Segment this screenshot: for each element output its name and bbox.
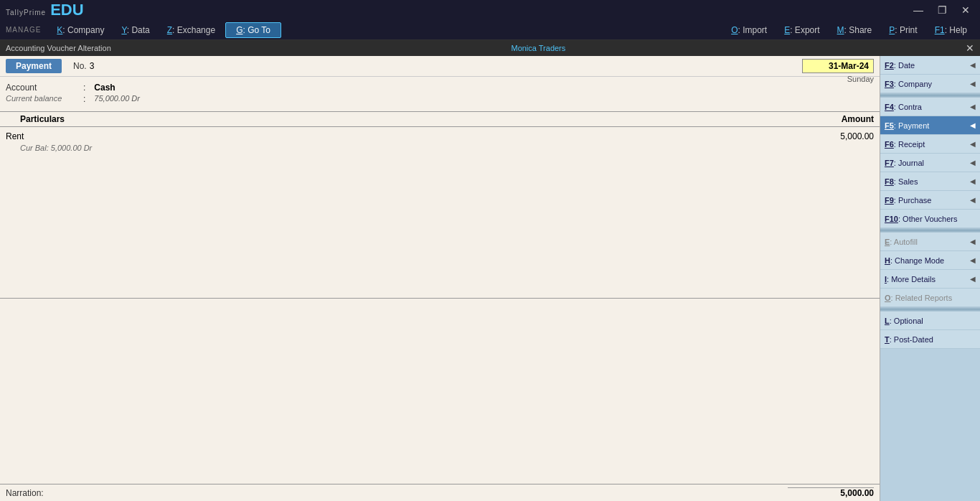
manage-label: MANAGE: [6, 26, 41, 34]
right-panel-bottom: [880, 349, 980, 501]
cur-bal-value: 5,000.00 Dr: [51, 144, 92, 152]
voucher-no-value: 3: [90, 61, 95, 71]
voucher-day: Sunday: [802, 75, 874, 83]
voucher-date-box: 31-Mar-24 Sunday: [802, 59, 874, 83]
menu-export[interactable]: E: Export: [777, 24, 826, 37]
window-title: Accounting Voucher Alteration: [6, 44, 111, 52]
function-keys-section: F2: Date ◀ F3: Company ◀ F4: Contra ◀ F5…: [880, 56, 980, 228]
voucher-date[interactable]: 31-Mar-24: [802, 59, 874, 73]
account-value[interactable]: Cash: [94, 83, 115, 93]
balance-value: 75,000.00 Dr: [94, 94, 140, 104]
voucher-area: Payment No. 3 31-Mar-24 Sunday Account :…: [0, 56, 880, 501]
title-controls: — ❐ ✕: [909, 3, 974, 17]
cur-bal-label: Cur Bal:: [20, 144, 51, 152]
narration-label: Narration:: [6, 488, 44, 498]
fk-optional[interactable]: L: Optional: [880, 312, 980, 330]
right-panel: F2: Date ◀ F3: Company ◀ F4: Contra ◀ F5…: [880, 56, 980, 501]
minimize-button[interactable]: —: [909, 3, 928, 17]
menu-help[interactable]: F1: Help: [928, 24, 974, 37]
maximize-button[interactable]: ❐: [933, 3, 951, 17]
fk-purchase-arrow: ◀: [970, 196, 976, 204]
fk-change-mode[interactable]: H: Change Mode ◀: [880, 251, 980, 270]
entry-name[interactable]: Rent: [6, 131, 788, 141]
fk-receipt[interactable]: F6: Receipt ◀: [880, 135, 980, 154]
voucher-type-button[interactable]: Payment: [6, 59, 62, 73]
title-bar: TallyPrime EDU — ❐ ✕: [0, 0, 980, 20]
fk-related-reports[interactable]: O: Related Reports: [880, 289, 980, 307]
fk-autofill-arrow: ◀: [970, 238, 976, 245]
app-branding: TallyPrime EDU: [6, 2, 84, 18]
fk-company[interactable]: F3: Company ◀: [880, 75, 980, 93]
fk-journal[interactable]: F7: Journal ◀: [880, 154, 980, 172]
fk-change-mode-arrow: ◀: [970, 256, 976, 264]
fk-other-vouchers[interactable]: F10: Other Vouchers: [880, 210, 980, 228]
menu-data[interactable]: Y: Data: [114, 24, 156, 37]
fk-payment[interactable]: F5: Payment ◀: [880, 116, 980, 135]
fk-company-arrow: ◀: [970, 80, 976, 88]
fk-more-details-arrow: ◀: [970, 275, 976, 283]
fk-more-details[interactable]: I: More Details ◀: [880, 270, 980, 289]
app-name-large: EDU: [50, 2, 83, 18]
col-amount-header: Amount: [788, 114, 874, 124]
table-header: Particulars Amount: [0, 112, 880, 127]
narration-section: Narration: 5,000.00: [0, 484, 880, 501]
voucher-header: Payment No. 3 31-Mar-24 Sunday: [0, 56, 880, 77]
fk-payment-arrow: ◀: [970, 121, 976, 129]
extra-keys-section: E: Autofill ◀ H: Change Mode ◀ I: More D…: [880, 233, 980, 307]
fk-post-dated[interactable]: T: Post-Dated: [880, 330, 980, 349]
menu-company[interactable]: K: Company: [50, 24, 111, 37]
col-particulars-header: Particulars: [6, 114, 788, 124]
account-label: Account: [6, 83, 77, 93]
window-bar: Accounting Voucher Alteration Monica Tra…: [0, 40, 980, 56]
app-name-small: TallyPrime: [6, 9, 46, 17]
fk-sales[interactable]: F8: Sales ◀: [880, 172, 980, 191]
fk-autofill[interactable]: E: Autofill ◀: [880, 233, 980, 251]
menu-bar: MANAGE K: Company Y: Data Z: Exchange G:…: [0, 20, 980, 40]
fk-date-arrow: ◀: [970, 61, 976, 69]
voucher-no-label: No.: [73, 61, 87, 71]
table-body: Rent 5,000.00 Cur Bal: 5,000.00 Dr: [0, 127, 880, 156]
menu-exchange[interactable]: Z: Exchange: [160, 24, 222, 37]
fk-sales-arrow: ◀: [970, 177, 976, 185]
account-colon: :: [83, 83, 85, 93]
table-row: Rent 5,000.00: [6, 130, 874, 143]
close-window-button[interactable]: ✕: [957, 3, 974, 17]
fk-contra-arrow: ◀: [970, 103, 976, 111]
menu-goto[interactable]: G: Go To: [225, 22, 281, 38]
fk-contra[interactable]: F4: Contra ◀: [880, 98, 980, 116]
optional-keys-section: L: Optional T: Post-Dated: [880, 312, 980, 349]
menu-import[interactable]: O: Import: [724, 24, 774, 37]
fk-purchase[interactable]: F9: Purchase ◀: [880, 191, 980, 210]
fk-receipt-arrow: ◀: [970, 140, 976, 148]
fk-journal-arrow: ◀: [970, 159, 976, 167]
window-company: Monica Traders: [511, 44, 565, 52]
fk-date[interactable]: F2: Date ◀: [880, 56, 980, 75]
narration-total: 5,000.00: [788, 487, 874, 498]
voucher-table: Particulars Amount Rent 5,000.00 Cur Bal…: [0, 111, 880, 299]
window-close-button[interactable]: ✕: [966, 42, 974, 54]
empty-area: [0, 299, 880, 484]
menu-print[interactable]: P: Print: [882, 24, 924, 37]
entry-amount: 5,000.00: [788, 131, 874, 141]
entry-balance: Cur Bal: 5,000.00 Dr: [20, 143, 874, 153]
balance-colon: :: [83, 94, 85, 104]
menu-share[interactable]: M: Share: [830, 24, 880, 37]
account-section: Account : Cash Current balance : 75,000.…: [0, 77, 880, 108]
balance-label: Current balance: [6, 94, 77, 104]
